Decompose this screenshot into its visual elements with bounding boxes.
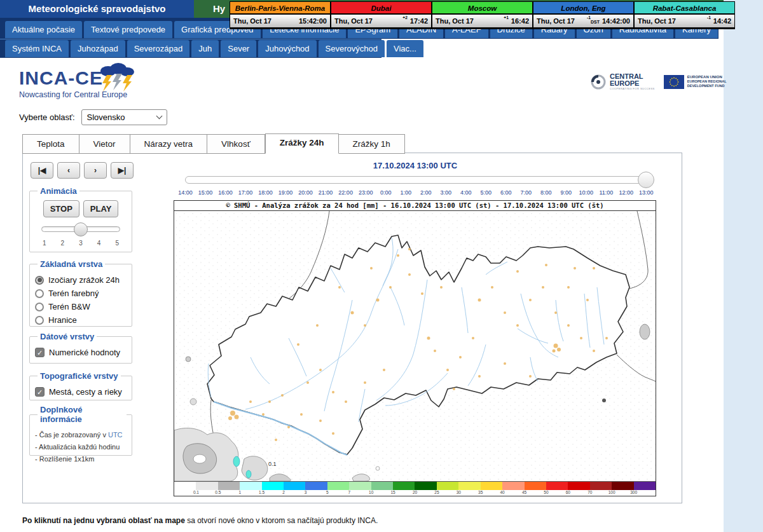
- option-label: Terén farebný: [48, 289, 99, 298]
- time-tick-label: 16:00: [216, 189, 235, 196]
- play-button[interactable]: PLAY: [83, 200, 118, 217]
- animation-speed-handle[interactable]: [74, 222, 88, 236]
- time-tick-label: 12:00: [616, 189, 636, 196]
- animation-speed-slider[interactable]: [41, 226, 120, 232]
- colorbar-label: 3: [305, 490, 307, 494]
- time-tick-label: 23:00: [356, 189, 376, 196]
- last-frame-button[interactable]: ▶|: [111, 162, 134, 179]
- product-tab[interactable]: Vietor: [79, 134, 130, 154]
- colorbar-label: 7: [348, 490, 350, 494]
- utc-link[interactable]: UTC: [108, 431, 123, 439]
- nav-tab[interactable]: Juhovýchod: [258, 40, 316, 57]
- product-tabs: TeplotaVietorNárazy vetraVlhkosťZrážky 2…: [22, 134, 405, 153]
- map-frame-title: © SHMÚ - Analýza zrážok za 24 hod [mm] -…: [174, 201, 656, 211]
- product-tab[interactable]: Vlhkosť: [207, 134, 265, 154]
- time-tick-label: 7:00: [516, 189, 536, 196]
- colorbar-label: 1.5: [259, 490, 265, 494]
- nav-tab[interactable]: Aktuálne počasie: [5, 21, 82, 38]
- option-label: Hranice: [48, 315, 77, 325]
- clock-column: Rabat-CasablancaThu, Oct 17-114:42: [635, 2, 734, 29]
- colorbar-segment: [634, 482, 656, 490]
- checkbox-icon: ✓: [35, 387, 45, 397]
- clock-time-row: Thu, Oct 17+217:42: [331, 15, 431, 27]
- map-datetime-title: 17.10.2024 13:00 UTC: [174, 161, 657, 170]
- time-tick-label: 14:00: [175, 189, 195, 196]
- base-layer-option[interactable]: Terén farebný: [35, 289, 127, 298]
- time-tick-label: 8:00: [536, 189, 556, 196]
- colorbar-segment: [612, 482, 633, 490]
- layer-checkbox-option[interactable]: ✓Numerické hodnoty: [35, 348, 127, 357]
- extra-info-line: - Aktualizácia každú hodinu: [35, 443, 127, 451]
- colorbar-segment: [590, 482, 612, 490]
- first-frame-button[interactable]: |◀: [31, 162, 53, 179]
- clock-city-label: London, Eng: [533, 2, 633, 15]
- nav-tab[interactable]: Juhozápad: [71, 40, 125, 57]
- nav-tab[interactable]: Juh: [191, 40, 219, 57]
- prev-frame-button[interactable]: ‹: [57, 162, 80, 179]
- base-layer-option[interactable]: Hranice: [35, 315, 127, 325]
- data-layers-legend: Dátové vrstvy: [38, 332, 97, 341]
- footer-note: Po kliknutí na jednu vybranú oblasť na m…: [22, 516, 378, 525]
- data-layers-options: ✓Numerické hodnoty: [35, 348, 127, 357]
- frame-nav-buttons: |◀‹›▶|: [31, 162, 134, 179]
- colorbar-segment: [305, 482, 327, 490]
- time-tick-label: 19:00: [276, 189, 296, 196]
- product-tab[interactable]: Teplota: [22, 134, 79, 154]
- nav-tab[interactable]: Sever: [221, 40, 256, 57]
- chevron-down-icon: [156, 113, 162, 119]
- slovakia-map-svg[interactable]: 0.1: [174, 211, 656, 481]
- clock-city-label: Dubai: [331, 2, 431, 15]
- nav-tab[interactable]: Textové predpovede: [84, 21, 172, 38]
- base-layer-option[interactable]: Izočiary zrážok 24h: [35, 275, 127, 285]
- speed-tick-label: 5: [115, 240, 119, 247]
- speed-tick-label: 3: [79, 240, 83, 247]
- clock-column: Berlin-Paris-Vienna-RomaThu, Oct 1715:42…: [230, 2, 331, 29]
- clock-column: London, EngThu, Oct 17-1DST14:42:00: [533, 2, 635, 29]
- central-europe-logo: CENTRALEUROPE COOPERATING FOR SUCCESS: [590, 73, 655, 90]
- data-layers-group: Dátové vrstvy ✓Numerické hodnoty: [29, 332, 132, 364]
- stop-button[interactable]: STOP: [43, 200, 79, 217]
- world-clocks: Berlin-Paris-Vienna-RomaThu, Oct 1715:42…: [230, 1, 735, 29]
- eu-flag-icon: [664, 75, 684, 89]
- precipitation-map[interactable]: © SHMÚ - Analýza zrážok za 24 hod [mm] -…: [174, 200, 656, 496]
- time-slider-handle[interactable]: [638, 172, 654, 188]
- footer-note-bold: Po kliknutí na jednu vybranú oblasť na m…: [22, 516, 185, 525]
- colorbar-segment: [196, 482, 217, 490]
- speed-tick-label: 2: [61, 240, 65, 247]
- page-right-margin: [724, 0, 763, 532]
- base-layer-option[interactable]: Terén B&W: [35, 302, 127, 311]
- time-tick-label: 13:00: [636, 189, 656, 196]
- product-tab[interactable]: Zrážky 1h: [339, 134, 405, 154]
- colorbar-segment: [371, 482, 393, 490]
- region-select[interactable]: Slovensko: [81, 109, 167, 125]
- colorbar-segment: [502, 482, 524, 490]
- clock-time-row: Thu, Oct 1715:42:00: [230, 15, 330, 27]
- nav-tab[interactable]: Severovýchod: [319, 40, 385, 57]
- time-slider[interactable]: [185, 176, 647, 184]
- colorbar-label: 100: [608, 490, 615, 494]
- partner-logos: CENTRALEUROPE COOPERATING FOR SUCCESS EU…: [590, 73, 727, 90]
- meteo-header-title: Meteorologické spravodajstvo: [0, 0, 194, 18]
- extra-info-group: Doplnkové informácie - Čas je zobrazovan…: [29, 405, 132, 456]
- colorbar-label: 0.1: [193, 490, 199, 494]
- option-label: Izočiary zrážok 24h: [48, 275, 120, 285]
- clock-city-label: Rabat-Casablanca: [635, 2, 734, 15]
- nav-tab[interactable]: Severozápad: [127, 40, 190, 57]
- nav-tab[interactable]: Viac...: [387, 40, 423, 57]
- colorbar-segment: [349, 482, 371, 490]
- colorbar-label: 1: [238, 490, 241, 494]
- layer-checkbox-option[interactable]: ✓Mestá, cesty a rieky: [35, 387, 127, 397]
- colorbar-label: 60: [566, 490, 570, 494]
- nav-tab[interactable]: Systém INCA: [5, 40, 69, 57]
- product-tab[interactable]: Zrážky 24h: [265, 133, 339, 154]
- colorbar-label: 25: [434, 490, 439, 494]
- base-layer-group: Základná vrstva Izočiary zrážok 24hTerén…: [29, 259, 132, 327]
- colorbar-segment: [458, 482, 480, 490]
- checkbox-icon: ✓: [35, 348, 45, 357]
- clock-column: DubaiThu, Oct 17+217:42: [331, 2, 432, 29]
- colorbar-segment: [284, 482, 305, 490]
- time-tick-label: 5:00: [476, 189, 496, 196]
- main-panel: |◀‹›▶| Animácia STOP PLAY 12345 Základná…: [22, 153, 682, 503]
- next-frame-button[interactable]: ›: [84, 162, 107, 179]
- product-tab[interactable]: Nárazy vetra: [130, 134, 208, 154]
